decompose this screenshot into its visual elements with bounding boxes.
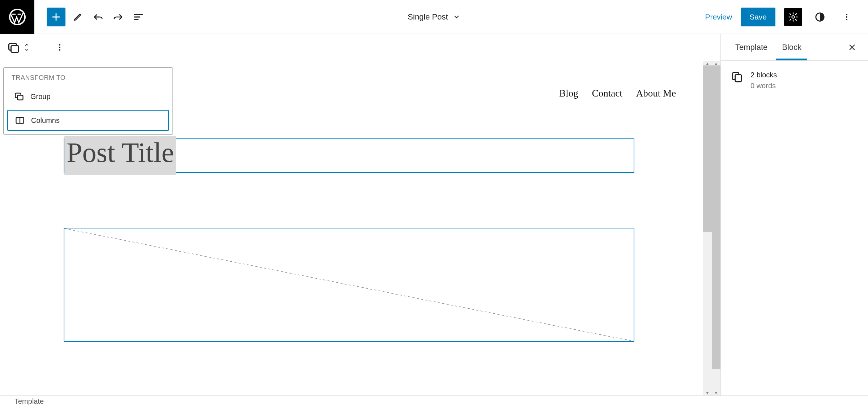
wordpress-logo-button[interactable] — [0, 0, 34, 34]
contrast-icon — [814, 12, 825, 22]
svg-point-4 — [846, 16, 847, 18]
svg-rect-13 — [17, 95, 23, 100]
edit-tool-button[interactable] — [68, 7, 88, 27]
copy-icon — [729, 69, 744, 84]
nav-link-about[interactable]: About Me — [636, 88, 676, 99]
scrollbar-thumb[interactable] — [703, 65, 712, 232]
post-title-placeholder: Post Title — [64, 136, 176, 175]
styles-button[interactable] — [811, 8, 829, 26]
selection-summary: 2 blocks 0 words — [729, 69, 859, 91]
block-options-button[interactable] — [50, 37, 70, 57]
kebab-icon — [55, 43, 64, 52]
svg-line-11 — [64, 228, 634, 341]
placeholder-diagonal — [64, 228, 634, 341]
post-title-block[interactable]: Post Title — [64, 138, 634, 173]
chevron-down-icon — [453, 13, 460, 21]
toolbar-left-group — [34, 7, 149, 27]
scrollbar-thumb[interactable] — [712, 65, 720, 369]
list-view-button[interactable] — [128, 7, 149, 27]
svg-point-3 — [846, 14, 847, 15]
breadcrumb[interactable]: Template — [14, 397, 44, 406]
svg-point-10 — [59, 49, 60, 51]
transform-popover: TRANSFORM TO Group Columns — [3, 67, 173, 135]
block-mover[interactable] — [23, 42, 30, 52]
transform-option-columns[interactable]: Columns — [7, 110, 169, 131]
more-menu-button[interactable] — [838, 8, 856, 26]
group-icon — [14, 91, 25, 102]
svg-rect-7 — [11, 46, 19, 52]
breadcrumb-bar: Template — [0, 395, 868, 407]
summary-blocks: 2 blocks — [750, 69, 777, 80]
preview-button[interactable]: Preview — [705, 13, 732, 21]
redo-button[interactable] — [108, 7, 128, 27]
add-block-button[interactable] — [47, 8, 65, 26]
settings-button[interactable] — [784, 8, 802, 26]
pencil-icon — [73, 12, 83, 22]
nav-link-contact[interactable]: Contact — [592, 88, 622, 99]
settings-sidebar: Template Block 2 blocks 0 words — [720, 34, 868, 395]
close-sidebar-button[interactable] — [845, 40, 859, 55]
svg-point-1 — [792, 16, 795, 18]
close-icon — [848, 43, 856, 51]
columns-icon — [14, 115, 25, 126]
sidebar-tabs: Template Block — [721, 34, 868, 61]
chevron-up-icon — [23, 42, 30, 47]
group-block-icon — [7, 41, 20, 54]
summary-text: 2 blocks 0 words — [750, 69, 777, 91]
block-type-switcher[interactable] — [7, 41, 20, 54]
wordpress-icon — [9, 9, 26, 25]
summary-words: 0 words — [750, 80, 777, 91]
outer-scrollbar[interactable]: ▲ ▼ — [712, 61, 720, 395]
sidebar-body: 2 blocks 0 words — [721, 61, 868, 100]
featured-image-block[interactable] — [64, 228, 634, 342]
redo-icon — [113, 12, 124, 22]
block-toolbar — [0, 34, 720, 61]
top-toolbar: Single Post Preview Save — [0, 0, 868, 34]
undo-button[interactable] — [88, 7, 108, 27]
chevron-down-icon — [23, 47, 30, 52]
tab-template[interactable]: Template — [729, 34, 773, 60]
kebab-icon — [842, 13, 851, 21]
transform-popover-header: TRANSFORM TO — [4, 68, 173, 87]
site-nav: Blog Contact About Me — [559, 88, 676, 99]
svg-rect-17 — [735, 74, 741, 82]
svg-point-8 — [59, 44, 60, 46]
inner-scrollbar[interactable]: ▲ ▼ — [703, 61, 712, 395]
transform-option-label: Group — [30, 93, 51, 101]
save-button[interactable]: Save — [741, 8, 775, 26]
plus-icon — [51, 12, 61, 22]
svg-point-5 — [846, 19, 847, 20]
transform-option-group[interactable]: Group — [7, 87, 169, 106]
list-view-icon — [133, 12, 144, 22]
undo-icon — [93, 12, 103, 22]
toolbar-divider — [40, 34, 40, 61]
document-title-dropdown[interactable]: Single Post — [408, 12, 460, 22]
toolbar-right-group: Preview Save — [705, 8, 868, 26]
nav-link-blog[interactable]: Blog — [559, 88, 578, 99]
transform-option-label: Columns — [31, 116, 60, 125]
gear-icon — [788, 12, 798, 22]
document-title: Single Post — [408, 12, 448, 22]
tab-block[interactable]: Block — [776, 34, 807, 60]
svg-point-9 — [59, 47, 60, 48]
